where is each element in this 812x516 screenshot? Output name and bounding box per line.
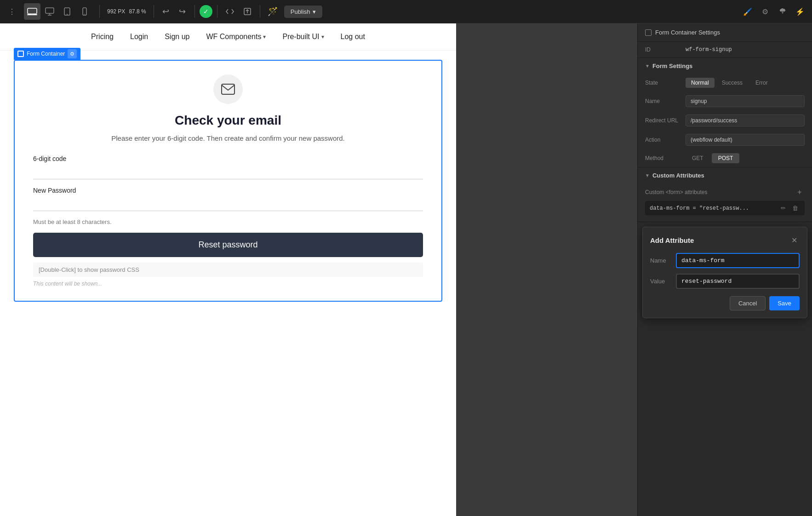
reset-password-button[interactable]: Reset password <box>33 233 423 257</box>
custom-attr-section: Custom <form> attributes + data-ms-form … <box>638 183 812 222</box>
publish-button[interactable]: Publish ▾ <box>284 6 323 18</box>
attr-delete-icon[interactable]: 🗑 <box>790 204 800 212</box>
form-container-label-bar: Form Container ⚙ <box>14 48 80 60</box>
action-label: Action <box>645 137 682 143</box>
nav-login[interactable]: Login <box>130 33 148 41</box>
email-icon-circle <box>213 75 243 104</box>
brush-icon[interactable]: 🖌️ <box>739 3 756 20</box>
monitor-device-icon[interactable] <box>41 3 58 20</box>
method-get-button[interactable]: GET <box>686 153 710 163</box>
method-label: Method <box>645 155 682 161</box>
method-post-button[interactable]: POST <box>712 153 740 163</box>
svg-rect-0 <box>28 8 37 14</box>
popup-value-input[interactable] <box>676 274 800 289</box>
custom-form-attr-label: Custom <form> attributes <box>645 189 707 195</box>
wf-components-chevron-icon: ▾ <box>263 34 266 40</box>
redo-button[interactable]: ↪ <box>175 4 190 19</box>
nav-logout[interactable]: Log out <box>341 33 365 41</box>
main-area: Pricing Login Sign up WF Components ▾ Pr… <box>0 23 812 516</box>
popup-close-button[interactable]: ✕ <box>789 235 800 246</box>
lightning-icon[interactable]: 🌩 <box>774 3 791 20</box>
canvas-zoom: 87.8 % <box>129 8 146 15</box>
form-container-checkbox-icon <box>17 51 24 57</box>
code-input[interactable] <box>33 164 423 175</box>
toolbar: ⋮ <box>0 0 812 23</box>
popup-value-field: Value <box>650 274 800 289</box>
state-error-button[interactable]: Error <box>750 78 773 88</box>
popup-save-button[interactable]: Save <box>769 296 800 310</box>
custom-attributes-header[interactable]: ▼ Custom Attributes <box>638 167 812 183</box>
toolbar-divider-5 <box>260 5 260 18</box>
form-settings-arrow-icon: ▼ <box>645 63 650 69</box>
password-input[interactable] <box>33 196 423 207</box>
laptop-device-icon[interactable] <box>24 3 40 20</box>
mobile-device-icon[interactable] <box>76 3 93 20</box>
popup-name-field: Name <box>650 253 800 268</box>
popup-header: Add Attribute ✕ <box>650 235 800 246</box>
right-panel: Form Container Settings ID wf-form-signu… <box>637 23 812 516</box>
state-normal-button[interactable]: Normal <box>686 78 715 88</box>
panel-form-container-settings: Form Container Settings <box>638 23 812 42</box>
custom-attributes-arrow-icon: ▼ <box>645 173 650 178</box>
id-value: wf-form-signup <box>686 46 732 53</box>
custom-attributes-title: Custom Attributes <box>652 172 704 179</box>
method-buttons: GET POST <box>686 153 739 163</box>
gear-settings-icon[interactable]: ⚙ <box>757 3 773 20</box>
undo-button[interactable]: ↩ <box>159 4 173 19</box>
state-label: State <box>645 80 682 86</box>
popup-name-label: Name <box>650 257 670 264</box>
name-input[interactable] <box>686 95 805 107</box>
export-button[interactable] <box>240 4 255 19</box>
magic-wand-icon[interactable]: 🪄 <box>265 4 280 19</box>
svg-point-9 <box>84 14 85 15</box>
form-container-gear-icon[interactable]: ⚙ <box>68 49 77 58</box>
method-row: Method GET POST <box>638 149 812 167</box>
popup-name-input[interactable] <box>676 253 800 268</box>
nav-signup[interactable]: Sign up <box>165 33 189 41</box>
panel-id-row: ID wf-form-signup <box>638 42 812 58</box>
canvas-inner: Pricing Login Sign up WF Components ▾ Pr… <box>0 23 456 516</box>
publish-label: Publish <box>291 8 310 15</box>
popup-cancel-button[interactable]: Cancel <box>730 296 766 310</box>
tablet-device-icon[interactable] <box>59 3 75 20</box>
redirect-row: Redirect URL <box>638 111 812 130</box>
attr-edit-icon[interactable]: ✏ <box>779 204 788 212</box>
add-attribute-plus-icon[interactable]: + <box>795 187 805 197</box>
nav-pricing[interactable]: Pricing <box>91 33 114 41</box>
redirect-input[interactable] <box>686 115 805 126</box>
state-row: State Normal Success Error <box>638 74 812 92</box>
site-nav: Pricing Login Sign up WF Components ▾ Pr… <box>0 23 456 51</box>
popup-actions: Cancel Save <box>650 296 800 310</box>
popup-value-label: Value <box>650 278 670 285</box>
action-input[interactable] <box>686 134 805 146</box>
svg-rect-2 <box>31 14 34 14</box>
password-field-label: New Password <box>33 187 423 194</box>
dots-menu-icon[interactable]: ⋮ <box>4 3 20 20</box>
toolbar-divider-1 <box>99 5 100 18</box>
name-row: Name <box>638 92 812 111</box>
toolbar-divider-4 <box>217 5 217 18</box>
state-buttons: Normal Success Error <box>686 78 773 88</box>
nav-wf-components[interactable]: WF Components ▾ <box>206 33 266 41</box>
state-success-button[interactable]: Success <box>716 78 748 88</box>
name-label: Name <box>645 98 682 104</box>
nav-prebuilt-ui[interactable]: Pre-built UI ▾ <box>282 33 324 41</box>
add-attribute-popup: Add Attribute ✕ Name Value Cancel Save <box>642 227 807 318</box>
custom-attributes-section: ▼ Custom Attributes Custom <form> attrib… <box>638 167 812 222</box>
zap-icon[interactable]: ⚡ <box>792 3 808 20</box>
svg-rect-3 <box>46 8 54 13</box>
form-container-settings-checkbox[interactable] <box>645 29 652 36</box>
double-click-hint: [Double-Click] to show password CSS <box>33 263 423 277</box>
code-editor-button[interactable] <box>222 4 238 19</box>
form-settings-header[interactable]: ▼ Form Settings <box>638 58 812 74</box>
code-field-label: 6-digit code <box>33 155 423 162</box>
status-check-icon: ✓ <box>200 5 212 18</box>
canvas-width: 992 PX <box>107 8 125 15</box>
size-info: 992 PX 87.8 % <box>107 8 146 15</box>
bottom-hint: This content will be shown... <box>33 281 423 287</box>
attr-item-text: data-ms-form = "reset-passw... <box>650 205 776 212</box>
action-row: Action <box>638 130 812 149</box>
right-toolbar: 🖌️ ⚙ 🌩 ⚡ <box>739 3 808 20</box>
device-group <box>24 3 93 20</box>
form-container-wrapper: Form Container ⚙ Check your email Please… <box>14 60 442 302</box>
